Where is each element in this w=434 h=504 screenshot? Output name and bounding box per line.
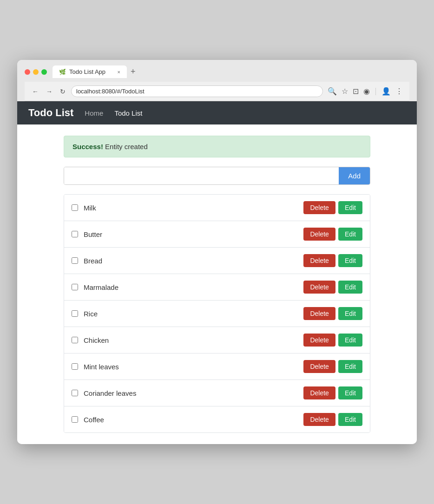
todo-checkbox[interactable]	[72, 416, 78, 423]
btn-actions: Delete Edit	[303, 334, 362, 347]
edit-button[interactable]: Edit	[338, 386, 362, 399]
todo-checkbox[interactable]	[72, 231, 78, 237]
edit-button[interactable]: Edit	[338, 281, 362, 294]
tab-title: Todo List App	[69, 68, 105, 75]
navbar: Todo List Home Todo List	[17, 101, 417, 124]
nav-link-home[interactable]: Home	[85, 109, 103, 117]
edit-button[interactable]: Edit	[338, 228, 362, 241]
nav-link-todolist[interactable]: Todo List	[114, 109, 142, 117]
maximize-button[interactable]	[41, 69, 47, 75]
window-controls	[25, 69, 47, 75]
todo-text: Coffee	[84, 416, 303, 424]
todo-text: Milk	[84, 204, 303, 212]
todo-list: Milk Delete Edit Butter Delete Edit Brea…	[64, 194, 370, 433]
edit-button[interactable]: Edit	[338, 201, 362, 214]
zoom-icon[interactable]: 🔍	[327, 86, 338, 97]
todo-checkbox[interactable]	[72, 310, 78, 317]
back-button[interactable]: ←	[30, 87, 40, 96]
list-item: Rice Delete Edit	[64, 301, 370, 327]
delete-button[interactable]: Delete	[303, 254, 335, 267]
active-tab[interactable]: 🌿 Todo List App ×	[53, 65, 127, 78]
todo-text: Mint leaves	[84, 363, 303, 371]
navbar-brand: Todo List	[28, 107, 73, 119]
browser-window: 🌿 Todo List App × + ← → ↻ 🔍 ☆ ⊡ ◉ 👤 ⋮	[17, 60, 417, 444]
btn-actions: Delete Edit	[303, 201, 362, 214]
tab-close-icon[interactable]: ×	[118, 69, 120, 75]
list-item: Chicken Delete Edit	[64, 327, 370, 353]
todo-text: Rice	[84, 310, 303, 318]
menu-icon[interactable]: ⋮	[395, 86, 404, 97]
app-content: Todo List Home Todo List Success! Entity…	[17, 101, 417, 444]
extension-icon[interactable]: ⊡	[352, 86, 360, 97]
btn-actions: Delete Edit	[303, 254, 362, 267]
profile-icon[interactable]: 👤	[381, 86, 392, 97]
separator	[375, 88, 376, 95]
delete-button[interactable]: Delete	[303, 281, 335, 294]
todo-checkbox[interactable]	[72, 257, 78, 264]
btn-actions: Delete Edit	[303, 413, 362, 426]
btn-actions: Delete Edit	[303, 386, 362, 399]
delete-button[interactable]: Delete	[303, 386, 335, 399]
delete-button[interactable]: Delete	[303, 334, 335, 347]
screen-icon[interactable]: ◉	[362, 86, 371, 97]
list-item: Marmalade Delete Edit	[64, 274, 370, 301]
delete-button[interactable]: Delete	[303, 413, 335, 426]
title-bar: 🌿 Todo List App × + ← → ↻ 🔍 ☆ ⊡ ◉ 👤 ⋮	[17, 60, 417, 101]
close-button[interactable]	[25, 69, 30, 75]
edit-button[interactable]: Edit	[338, 254, 362, 267]
todo-checkbox[interactable]	[72, 284, 78, 290]
minimize-button[interactable]	[33, 69, 39, 75]
delete-button[interactable]: Delete	[303, 228, 335, 241]
list-item: Butter Delete Edit	[64, 221, 370, 248]
list-item: Coffee Delete Edit	[64, 406, 370, 432]
todo-text: Marmalade	[84, 283, 303, 291]
bookmark-icon[interactable]: ☆	[341, 86, 349, 97]
edit-button[interactable]: Edit	[338, 413, 362, 426]
todo-input[interactable]	[64, 167, 339, 184]
edit-button[interactable]: Edit	[338, 334, 362, 347]
reload-button[interactable]: ↻	[58, 87, 67, 96]
edit-button[interactable]: Edit	[338, 307, 362, 320]
todo-text: Butter	[84, 230, 303, 238]
address-input[interactable]	[71, 85, 323, 97]
main-container: Success! Entity created Add Milk Delete …	[17, 124, 417, 444]
alert-message: Entity created	[105, 143, 148, 151]
delete-button[interactable]: Delete	[303, 360, 335, 373]
new-tab-button[interactable]: +	[129, 67, 138, 77]
list-item: Coriander leaves Delete Edit	[64, 380, 370, 406]
todo-checkbox[interactable]	[72, 390, 78, 396]
list-item: Milk Delete Edit	[64, 195, 370, 221]
btn-actions: Delete Edit	[303, 307, 362, 320]
alert-bold-text: Success!	[72, 143, 103, 151]
list-item: Mint leaves Delete Edit	[64, 353, 370, 380]
tab-favicon-icon: 🌿	[59, 69, 66, 75]
input-row: Add	[64, 167, 370, 185]
btn-actions: Delete Edit	[303, 360, 362, 373]
tab-bar: 🌿 Todo List App × +	[53, 65, 409, 78]
delete-button[interactable]: Delete	[303, 307, 335, 320]
delete-button[interactable]: Delete	[303, 201, 335, 214]
address-bar: ← → ↻ 🔍 ☆ ⊡ ◉ 👤 ⋮	[25, 82, 409, 101]
forward-button[interactable]: →	[44, 87, 54, 96]
todo-text: Coriander leaves	[84, 389, 303, 397]
todo-text: Bread	[84, 257, 303, 265]
btn-actions: Delete Edit	[303, 228, 362, 241]
edit-button[interactable]: Edit	[338, 360, 362, 373]
success-alert: Success! Entity created	[64, 136, 370, 157]
list-item: Bread Delete Edit	[64, 248, 370, 274]
todo-checkbox[interactable]	[72, 337, 78, 343]
btn-actions: Delete Edit	[303, 281, 362, 294]
toolbar-icons: 🔍 ☆ ⊡ ◉ 👤 ⋮	[327, 86, 404, 97]
todo-text: Chicken	[84, 336, 303, 344]
todo-checkbox[interactable]	[72, 204, 78, 211]
todo-checkbox[interactable]	[72, 363, 78, 370]
add-button[interactable]: Add	[339, 167, 370, 184]
